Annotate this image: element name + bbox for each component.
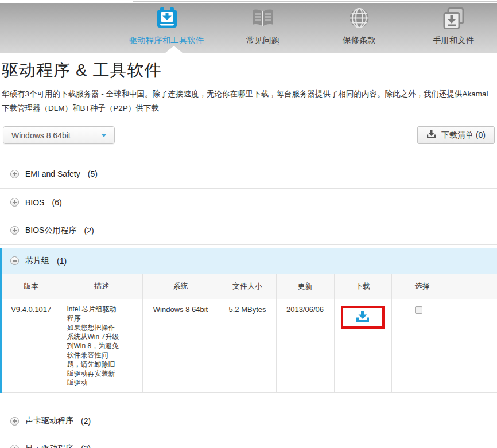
filter-toolbar: Windows 8 64bit 下载清单 (0) <box>0 126 497 144</box>
os-select[interactable]: Windows 8 64bit <box>3 126 115 144</box>
manual-document-icon <box>440 7 467 31</box>
col-system: 系统 <box>142 274 219 299</box>
download-list-label: 下载清单 (0) <box>441 130 486 141</box>
tab-label: 手册和文件 <box>433 35 475 46</box>
active-tab-notch <box>165 46 183 53</box>
description-line1: Intel 芯片组驱动程序 <box>67 305 122 323</box>
cell-updated: 2013/06/06 <box>276 299 334 392</box>
tab-warranty[interactable]: 保修条款 <box>308 7 411 46</box>
col-download: 下载 <box>334 274 391 299</box>
section-display-driver[interactable]: 显示驱动程序 (2) <box>0 435 497 448</box>
cell-file-size: 5.2 MBytes <box>219 299 276 392</box>
section-label: EMI and Safety <box>25 169 80 178</box>
col-description: 描述 <box>61 274 142 299</box>
section-label: BIOS公用程序 <box>25 225 76 236</box>
os-select-value: Windows 8 64bit <box>11 131 71 140</box>
col-updated: 更新 <box>276 274 334 299</box>
section-label: 声卡驱动程序 <box>25 416 73 426</box>
table-header-row: 版本 描述 系统 文件大小 更新 下载 选择 <box>2 274 497 299</box>
expand-plus-icon <box>10 170 19 178</box>
faq-book-icon <box>249 7 277 31</box>
downloads-table: 版本 描述 系统 文件大小 更新 下载 选择 V9.4.0.1017 Intel… <box>2 274 497 393</box>
section-count: (2) <box>84 226 94 235</box>
cell-download <box>334 299 391 392</box>
tab-label: 驱动程序和工具软件 <box>129 35 204 46</box>
collapse-minus-icon <box>10 256 19 265</box>
cell-select <box>391 299 497 392</box>
download-file-icon[interactable] <box>355 311 370 323</box>
section-count: (2) <box>81 416 91 426</box>
section-chipset-header[interactable]: 芯片组 (1) <box>2 248 497 274</box>
warranty-globe-icon <box>345 7 373 31</box>
top-divider-line <box>133 1 497 2</box>
cell-version: V9.4.0.1017 <box>2 299 61 392</box>
highlight-box <box>341 306 385 329</box>
table-row: V9.4.0.1017 Intel 芯片组驱动程序 如果您想把操作系统从Win … <box>2 299 497 392</box>
expand-plus-icon <box>10 226 19 235</box>
tab-faq[interactable]: 常见问题 <box>211 7 314 46</box>
chevron-down-icon <box>101 134 107 137</box>
col-version: 版本 <box>2 274 61 299</box>
section-bios-utilities[interactable]: BIOS公用程序 (2) <box>0 216 497 245</box>
section-count: (1) <box>57 256 67 266</box>
page-description: 华硕有3个可用的下载服务器 - 全球和中国。除了连接速度，无论你在哪里下载，每台… <box>2 87 496 115</box>
section-count: (2) <box>81 444 91 448</box>
col-file-size: 文件大小 <box>219 274 276 299</box>
section-label: 芯片组 <box>25 256 49 266</box>
tab-drivers-and-tools[interactable]: 驱动程序和工具软件 <box>115 7 218 46</box>
tab-manual[interactable]: 手册和文件 <box>402 7 497 46</box>
tab-label: 常见问题 <box>246 35 279 46</box>
section-audio-driver[interactable]: 声卡驱动程序 (2) <box>0 408 497 435</box>
expand-plus-icon <box>10 445 19 448</box>
asus-download-page: 驱动程序和工具软件 常见问题 保 <box>0 0 497 448</box>
description-line2: 如果您想把操作系统从Win 7升级到Win 8，为避免软件兼容性问题，请先卸除旧… <box>67 323 122 387</box>
page-title: 驱动程序 & 工具软件 <box>2 59 497 82</box>
expand-plus-icon <box>10 417 19 426</box>
download-tray-icon <box>426 130 436 141</box>
tab-label: 保修条款 <box>343 35 376 46</box>
section-label: 显示驱动程序 <box>25 443 73 448</box>
section-count: (5) <box>88 169 98 178</box>
support-tab-bar: 驱动程序和工具软件 常见问题 保 <box>0 3 497 53</box>
expand-plus-icon <box>10 198 19 207</box>
section-label: BIOS <box>25 198 44 207</box>
cell-system: Windows 8 64bit <box>142 299 219 392</box>
section-bios[interactable]: BIOS (6) <box>0 189 497 216</box>
download-list-button[interactable]: 下载清单 (0) <box>417 126 495 144</box>
driver-download-icon <box>153 7 180 31</box>
download-categories: EMI and Safety (5) BIOS (6) BIOS公用程序 (2)… <box>0 159 497 448</box>
section-count: (6) <box>52 198 61 207</box>
section-chipset-expanded: 芯片组 (1) 版本 描述 系统 文件大小 更新 下载 选择 <box>0 248 497 393</box>
select-checkbox[interactable] <box>415 306 422 314</box>
cell-description: Intel 芯片组驱动程序 如果您想把操作系统从Win 7升级到Win 8，为避… <box>61 299 142 392</box>
col-select: 选择 <box>391 274 497 299</box>
section-emi-and-safety[interactable]: EMI and Safety (5) <box>0 159 497 189</box>
